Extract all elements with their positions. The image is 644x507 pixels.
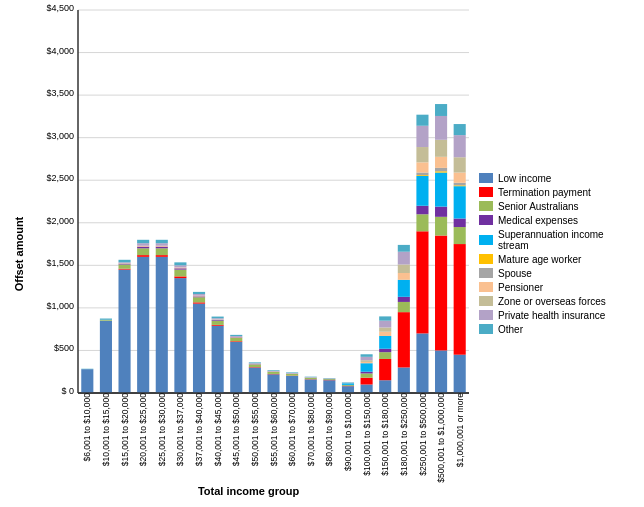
y-axis-labels: $ 0$500$1,000$1,500$2,000$2,500$3,000$3,…	[28, 10, 78, 393]
x-label-group: $15,001 to $20,000	[115, 393, 134, 466]
x-label-group: $30,001 to $37,000	[171, 393, 190, 466]
svg-rect-157	[454, 244, 466, 355]
svg-rect-44	[193, 302, 205, 303]
y-tick-label: $3,000	[46, 131, 74, 141]
svg-rect-131	[398, 264, 410, 273]
x-label-group: $55,001 to $60,000	[264, 393, 283, 466]
svg-rect-22	[137, 257, 149, 393]
x-label-group: $6,001 to $10,000	[78, 393, 97, 462]
svg-rect-120	[379, 336, 391, 349]
legend: Low incomeTermination paymentSenior Aust…	[469, 10, 634, 497]
svg-rect-25	[137, 247, 149, 249]
svg-rect-32	[156, 247, 168, 249]
svg-rect-36	[174, 278, 186, 393]
svg-rect-38	[174, 270, 186, 277]
x-label: $45,001 to $50,000	[231, 393, 241, 466]
x-label-group: $10,001 to $15,000	[97, 393, 116, 466]
x-label: $90,001 to $100,000	[343, 393, 353, 471]
svg-rect-56	[212, 317, 224, 319]
svg-rect-71	[267, 374, 279, 393]
x-label-group: $150,001 to $180,000	[376, 393, 395, 476]
x-label: $180,001 to $250,000	[399, 393, 409, 476]
legend-item: Private health insurance	[479, 310, 629, 321]
svg-rect-149	[435, 173, 447, 207]
legend-item: Superannuation income stream	[479, 229, 629, 251]
svg-rect-78	[286, 376, 298, 393]
x-label-group: $50,001 to $55,000	[246, 393, 265, 466]
svg-rect-41	[174, 265, 186, 267]
svg-rect-70	[249, 362, 261, 363]
svg-rect-46	[193, 296, 205, 297]
svg-rect-133	[398, 245, 410, 252]
legend-color-box	[479, 215, 493, 225]
legend-item: Termination payment	[479, 187, 629, 198]
svg-rect-26	[137, 246, 149, 247]
x-label: $100,001 to $150,000	[362, 393, 372, 476]
svg-rect-112	[361, 362, 373, 363]
legend-item: Zone or overseas forces	[479, 296, 629, 307]
legend-label: Mature age worker	[498, 254, 581, 265]
x-axis-title: Total income group	[28, 485, 469, 497]
svg-rect-150	[435, 171, 447, 172]
x-label: $1,000,001 or more	[455, 393, 465, 467]
svg-rect-37	[174, 276, 186, 278]
svg-rect-108	[361, 378, 373, 385]
x-label-group: $500,001 to $1,000,000	[432, 393, 451, 483]
y-tick-label: $2,000	[46, 216, 74, 226]
x-label: $500,001 to $1,000,000	[436, 393, 446, 483]
y-axis-label-area: Offset amount	[10, 10, 28, 497]
svg-rect-99	[342, 386, 354, 393]
svg-rect-153	[435, 140, 447, 157]
svg-rect-47	[193, 296, 205, 297]
svg-rect-77	[267, 370, 279, 371]
svg-rect-27	[137, 243, 149, 246]
y-tick-label: $3,500	[46, 88, 74, 98]
svg-rect-85	[305, 379, 317, 393]
legend-label: Zone or overseas forces	[498, 296, 606, 307]
svg-rect-109	[361, 373, 373, 377]
chart-and-legend: $ 0$500$1,000$1,500$2,000$2,500$3,000$3,…	[28, 10, 634, 497]
x-label: $40,001 to $45,000	[213, 393, 223, 466]
svg-rect-161	[454, 185, 466, 186]
svg-rect-30	[156, 255, 168, 257]
svg-rect-107	[361, 384, 373, 393]
x-label-group: $100,001 to $150,000	[357, 393, 376, 476]
svg-rect-15	[118, 270, 130, 393]
svg-rect-50	[212, 326, 224, 393]
svg-rect-111	[361, 363, 373, 372]
svg-rect-151	[435, 168, 447, 171]
svg-rect-60	[230, 337, 242, 338]
svg-rect-127	[398, 302, 410, 312]
legend-color-box	[479, 254, 493, 264]
svg-rect-103	[342, 383, 354, 385]
svg-rect-147	[435, 217, 447, 236]
svg-rect-118	[379, 352, 391, 359]
legend-item: Pensioner	[479, 282, 629, 293]
svg-rect-10	[81, 369, 93, 393]
svg-rect-129	[398, 280, 410, 297]
x-label: $15,001 to $20,000	[120, 393, 130, 466]
svg-rect-163	[454, 173, 466, 183]
y-tick-label: $1,500	[46, 258, 74, 268]
svg-rect-12	[100, 321, 112, 393]
legend-color-box	[479, 268, 493, 278]
svg-rect-48	[193, 294, 205, 296]
x-label: $20,001 to $25,000	[138, 393, 148, 466]
svg-rect-17	[118, 264, 130, 268]
y-tick-label: $500	[54, 343, 74, 353]
x-label-group: $80,001 to $90,000	[320, 393, 339, 466]
svg-rect-134	[416, 333, 428, 393]
legend-label: Termination payment	[498, 187, 591, 198]
svg-rect-164	[454, 157, 466, 172]
svg-rect-125	[398, 367, 410, 393]
x-label: $80,001 to $90,000	[324, 393, 334, 466]
svg-rect-45	[193, 297, 205, 302]
svg-rect-43	[193, 304, 205, 393]
legend-label: Senior Australians	[498, 201, 579, 212]
svg-rect-28	[137, 240, 149, 243]
svg-rect-24	[137, 248, 149, 255]
svg-rect-87	[305, 378, 317, 379]
legend-label: Pensioner	[498, 282, 543, 293]
svg-rect-40	[174, 267, 186, 268]
svg-rect-23	[137, 255, 149, 257]
